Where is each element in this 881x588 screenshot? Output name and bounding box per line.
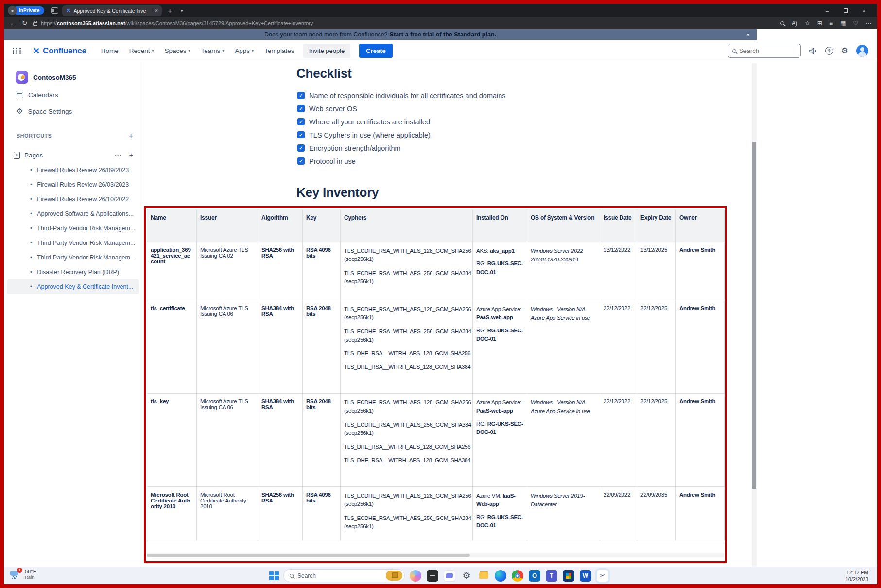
cypher-entry: TLS_DHE_RSA__WITRH_AES_128_GCM_SHA256 [344, 349, 469, 358]
file-explorer-icon[interactable] [478, 570, 489, 582]
checked-checkbox[interactable]: ✓ [297, 105, 305, 112]
favorites-icon[interactable]: ☆ [805, 20, 810, 27]
tab-list-caret-icon[interactable]: ▾ [181, 8, 183, 13]
sidebar-page-item[interactable]: •Approved Software & Applications... [7, 207, 139, 221]
checklist-item-label: Web server OS [309, 105, 357, 113]
new-tab-button[interactable]: + [168, 6, 172, 15]
taskbar-clock[interactable]: 12:12 PM 10/2/2023 [846, 570, 868, 583]
taskbar-search[interactable]: Search [283, 569, 405, 582]
inprivate-badge[interactable]: ● InPrivate [8, 6, 44, 15]
cypher-line: TLS_DHE_RSA__WITRH_AES_128_GCM_SHA384 [344, 363, 469, 371]
outlook-icon[interactable]: O [529, 570, 540, 582]
bullet-icon: • [30, 283, 32, 290]
checked-checkbox[interactable]: ✓ [297, 144, 305, 152]
sidebar-item-calendars[interactable]: Calendars [4, 87, 142, 102]
teams-icon[interactable]: T [546, 570, 557, 582]
settings-more-icon[interactable]: ⋯ [865, 20, 871, 27]
add-page-icon[interactable]: + [129, 151, 133, 159]
checked-checkbox[interactable]: ✓ [297, 131, 305, 138]
installed-label: Azure App Service: [476, 306, 521, 312]
chrome-icon[interactable] [512, 570, 523, 582]
sidebar-page-item[interactable]: •Third-Party Vendor Risk Managem... [7, 236, 139, 250]
taskbar-app-icons: ⚙OTW✂ [410, 570, 608, 582]
checked-checkbox[interactable]: ✓ [297, 118, 305, 125]
help-icon[interactable]: ? [825, 47, 833, 55]
settings-gear-icon[interactable]: ⚙ [841, 46, 848, 56]
sidebar-page-item[interactable]: •Firewall Rules Review 26/09/2023 [7, 163, 139, 177]
notepad-icon[interactable] [427, 570, 438, 582]
sidebar-item-space-settings[interactable]: ⚙ Space Settings [4, 104, 142, 119]
installed-on-line: RG: RG-UKS-SEC-DOC-01 [476, 259, 523, 277]
sidebar-page-item[interactable]: •Firewall Rules Review 26/10/2022 [7, 192, 139, 207]
copilot-icon[interactable] [410, 570, 421, 582]
sidebar-page-item[interactable]: •Third-Party Vendor Risk Managem... [7, 221, 139, 236]
banner-close-icon[interactable]: × [746, 31, 750, 38]
address-field[interactable]: https://contosom365.atlassian.net/wiki/s… [33, 20, 313, 26]
sidebar-page-item[interactable]: •Disaster Recovery Plan (DRP) [7, 265, 139, 279]
sidebar-page-item[interactable]: •Firewall Rules Review 26/03/2023 [7, 177, 139, 192]
search-box[interactable] [728, 44, 801, 58]
snipping-tool-icon[interactable]: ✂ [597, 570, 608, 582]
user-avatar[interactable] [856, 45, 868, 57]
space-header[interactable]: ContosoM365 [4, 69, 142, 86]
tab-close-icon[interactable]: × [155, 7, 158, 14]
confluence-logo-icon: ✕ [33, 46, 40, 56]
os-line: Windows Server 2022 [531, 247, 596, 256]
pages-more-icon[interactable]: ⋯ [115, 151, 121, 159]
installed-on-line: RG: RG-UKS-SEC-DOC-01 [476, 420, 523, 437]
settings-icon[interactable]: ⚙ [461, 570, 472, 582]
minimize-button[interactable]: – [818, 4, 836, 17]
scrollbar-thumb[interactable] [752, 142, 756, 489]
banner-trial-link[interactable]: Start a free trial of the Standard plan. [390, 31, 497, 38]
cypher-entry: TLS_ECDHE_RSA_WITH_AES_128_GCM_SHA256(se… [344, 492, 469, 509]
app-switcher-icon[interactable] [13, 48, 22, 54]
table-horizontal-scrollbar[interactable] [147, 553, 724, 557]
zoom-icon[interactable] [780, 21, 784, 25]
page-item-label: Firewall Rules Review 26/10/2022 [37, 196, 129, 203]
url-path: /wiki/spaces/ContosoM36/pages/3145729/Ap… [125, 20, 313, 26]
pages-header[interactable]: ≡ Pages ⋯ + [14, 151, 133, 159]
nav-item-home[interactable]: Home [101, 47, 119, 54]
word-icon[interactable]: W [580, 570, 591, 582]
workspaces-icon[interactable] [51, 7, 58, 14]
table-row: application_369421_service_accountMicros… [147, 242, 725, 300]
sidebar-page-item[interactable]: •Approved Key & Certificate Invent... [7, 279, 139, 294]
create-button[interactable]: Create [359, 44, 392, 58]
cell-expiry-date: 22/12/2025 [637, 300, 676, 394]
extensions-icon[interactable]: ▦ [840, 20, 846, 27]
add-shortcut-icon[interactable]: + [129, 131, 133, 139]
edge-icon[interactable] [495, 570, 506, 582]
nav-item-spaces[interactable]: Spaces▾ [164, 47, 190, 54]
start-button[interactable] [269, 571, 278, 581]
nav-item-apps[interactable]: Apps▾ [235, 47, 254, 54]
checked-checkbox[interactable]: ✓ [297, 157, 305, 165]
microsoft-365-icon[interactable] [563, 570, 574, 582]
page-item-label: Approved Key & Certificate Invent... [37, 283, 133, 290]
refresh-icon[interactable]: ↻ [22, 19, 27, 27]
collections-icon[interactable]: ≡ [829, 20, 833, 27]
weather-widget[interactable]: ! 58°F Rain [10, 569, 36, 580]
split-screen-icon[interactable]: ⊞ [817, 20, 822, 27]
nav-item-recent[interactable]: Recent▾ [129, 47, 154, 54]
read-aloud-icon[interactable]: A) [792, 20, 797, 27]
page-vertical-scrollbar[interactable] [752, 63, 757, 567]
nav-item-templates[interactable]: Templates [264, 47, 294, 54]
maximize-button[interactable] [836, 4, 855, 17]
key-inventory-table: NameIssuerAlgorithmKeyCyphersInstalled O… [147, 209, 725, 541]
sidebar-page-item[interactable]: •Third-Party Vendor Risk Managem... [7, 250, 139, 265]
shortcuts-header: SHORTCUTS + [17, 131, 133, 139]
announcement-icon[interactable] [809, 47, 817, 55]
confluence-brand[interactable]: ✕ Confluence [33, 46, 86, 56]
browser-essentials-icon[interactable]: ♡ [853, 20, 858, 27]
checked-checkbox[interactable]: ✓ [297, 92, 305, 99]
cell-installed-on: Azure App Service: PaaS-web-appRG: RG-UK… [473, 394, 527, 487]
chat-icon[interactable] [444, 570, 455, 582]
scrollbar-thumb[interactable] [147, 554, 470, 557]
browser-tab[interactable]: ✕ Approved Key & Certificate Inve × [62, 5, 162, 16]
nav-item-teams[interactable]: Teams▾ [201, 47, 225, 54]
back-icon[interactable]: ← [10, 19, 16, 27]
invite-people-button[interactable]: Invite people [303, 44, 351, 58]
search-input[interactable] [739, 47, 788, 54]
close-window-button[interactable]: × [855, 4, 873, 17]
nav-item-label: Teams [201, 47, 221, 54]
